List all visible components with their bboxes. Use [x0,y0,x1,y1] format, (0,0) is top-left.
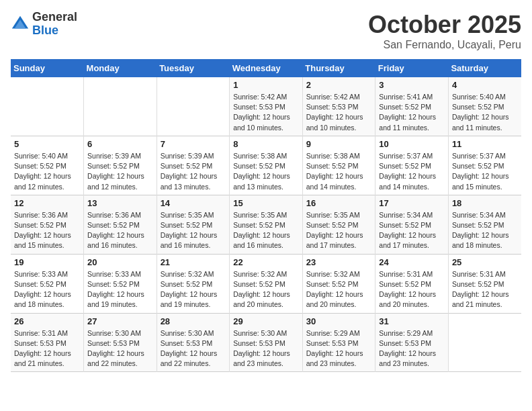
day-info: Sunrise: 5:35 AM Sunset: 5:52 PM Dayligh… [306,210,372,251]
day-info: Sunrise: 5:29 AM Sunset: 5:53 PM Dayligh… [306,328,372,369]
day-number: 5 [14,139,80,149]
day-info: Sunrise: 5:31 AM Sunset: 5:52 PM Dayligh… [452,269,518,310]
day-number: 13 [87,198,153,208]
day-info: Sunrise: 5:32 AM Sunset: 5:52 PM Dayligh… [161,269,226,310]
day-info: Sunrise: 5:34 AM Sunset: 5:52 PM Dayligh… [452,210,518,251]
day-number: 6 [87,139,153,149]
week-row-4: 19Sunrise: 5:33 AM Sunset: 5:52 PM Dayli… [11,254,521,313]
day-number: 29 [233,316,299,326]
day-number: 20 [87,257,153,267]
calendar-cell: 24Sunrise: 5:31 AM Sunset: 5:52 PM Dayli… [375,254,449,313]
day-info: Sunrise: 5:31 AM Sunset: 5:52 PM Dayligh… [379,269,445,310]
day-number: 16 [306,198,372,208]
calendar-cell: 20Sunrise: 5:33 AM Sunset: 5:52 PM Dayli… [84,254,157,313]
day-info: Sunrise: 5:32 AM Sunset: 5:52 PM Dayligh… [306,269,372,310]
calendar-cell: 12Sunrise: 5:36 AM Sunset: 5:52 PM Dayli… [11,195,84,254]
logo-text: General Blue [32,11,77,38]
day-info: Sunrise: 5:36 AM Sunset: 5:52 PM Dayligh… [87,210,153,251]
day-number: 19 [14,257,80,267]
calendar-cell: 3Sunrise: 5:41 AM Sunset: 5:52 PM Daylig… [375,77,449,136]
day-number: 9 [306,139,372,149]
day-number: 1 [233,80,299,90]
logo-icon [11,15,30,34]
week-row-1: 1Sunrise: 5:42 AM Sunset: 5:53 PM Daylig… [11,77,521,136]
week-row-3: 12Sunrise: 5:36 AM Sunset: 5:52 PM Dayli… [11,195,521,254]
calendar-cell: 31Sunrise: 5:29 AM Sunset: 5:53 PM Dayli… [375,313,449,372]
calendar-cell: 22Sunrise: 5:32 AM Sunset: 5:52 PM Dayli… [230,254,303,313]
calendar-cell [84,77,157,136]
column-header-thursday: Thursday [302,59,375,77]
calendar-cell: 29Sunrise: 5:30 AM Sunset: 5:53 PM Dayli… [230,313,303,372]
calendar-cell: 1Sunrise: 5:42 AM Sunset: 5:53 PM Daylig… [230,77,303,136]
day-number: 15 [233,198,299,208]
day-number: 7 [161,139,226,149]
day-info: Sunrise: 5:30 AM Sunset: 5:53 PM Dayligh… [87,328,153,369]
day-info: Sunrise: 5:39 AM Sunset: 5:52 PM Dayligh… [161,151,226,192]
calendar-cell: 27Sunrise: 5:30 AM Sunset: 5:53 PM Dayli… [84,313,157,372]
day-number: 25 [452,257,518,267]
calendar-cell: 6Sunrise: 5:39 AM Sunset: 5:52 PM Daylig… [84,136,157,195]
day-info: Sunrise: 5:37 AM Sunset: 5:52 PM Dayligh… [379,151,445,192]
day-info: Sunrise: 5:41 AM Sunset: 5:52 PM Dayligh… [379,92,445,133]
day-info: Sunrise: 5:36 AM Sunset: 5:52 PM Dayligh… [14,210,80,251]
calendar-cell: 19Sunrise: 5:33 AM Sunset: 5:52 PM Dayli… [11,254,84,313]
day-info: Sunrise: 5:39 AM Sunset: 5:52 PM Dayligh… [87,151,153,192]
day-info: Sunrise: 5:42 AM Sunset: 5:53 PM Dayligh… [306,92,372,133]
calendar-table: SundayMondayTuesdayWednesdayThursdayFrid… [11,59,521,372]
day-info: Sunrise: 5:35 AM Sunset: 5:52 PM Dayligh… [161,210,226,251]
day-number: 2 [306,80,372,90]
day-info: Sunrise: 5:32 AM Sunset: 5:52 PM Dayligh… [233,269,299,310]
calendar-cell: 9Sunrise: 5:38 AM Sunset: 5:52 PM Daylig… [302,136,375,195]
calendar-cell: 28Sunrise: 5:30 AM Sunset: 5:53 PM Dayli… [157,313,230,372]
month-title: October 2025 [368,11,521,39]
calendar-cell: 18Sunrise: 5:34 AM Sunset: 5:52 PM Dayli… [448,195,521,254]
day-info: Sunrise: 5:31 AM Sunset: 5:53 PM Dayligh… [14,328,80,369]
column-header-friday: Friday [375,59,449,77]
calendar-cell: 14Sunrise: 5:35 AM Sunset: 5:52 PM Dayli… [157,195,230,254]
day-number: 4 [452,80,518,90]
week-row-5: 26Sunrise: 5:31 AM Sunset: 5:53 PM Dayli… [11,313,521,372]
day-info: Sunrise: 5:30 AM Sunset: 5:53 PM Dayligh… [161,328,226,369]
day-info: Sunrise: 5:38 AM Sunset: 5:52 PM Dayligh… [306,151,372,192]
day-number: 22 [233,257,299,267]
calendar-cell: 7Sunrise: 5:39 AM Sunset: 5:52 PM Daylig… [157,136,230,195]
calendar-cell: 26Sunrise: 5:31 AM Sunset: 5:53 PM Dayli… [11,313,84,372]
column-header-monday: Monday [84,59,157,77]
logo-general-text: General [32,10,77,24]
column-header-wednesday: Wednesday [230,59,303,77]
day-number: 14 [161,198,226,208]
day-number: 11 [452,139,518,149]
column-header-tuesday: Tuesday [157,59,230,77]
day-number: 12 [14,198,80,208]
title-area: October 2025 San Fernando, Ucayali, Peru [368,11,521,51]
day-info: Sunrise: 5:40 AM Sunset: 5:52 PM Dayligh… [452,92,518,133]
day-number: 27 [87,316,153,326]
calendar-cell: 15Sunrise: 5:35 AM Sunset: 5:52 PM Dayli… [230,195,303,254]
day-number: 30 [306,316,372,326]
calendar-cell: 4Sunrise: 5:40 AM Sunset: 5:52 PM Daylig… [448,77,521,136]
calendar-cell: 30Sunrise: 5:29 AM Sunset: 5:53 PM Dayli… [302,313,375,372]
day-number: 24 [379,257,445,267]
column-header-sunday: Sunday [11,59,84,77]
day-number: 26 [14,316,80,326]
calendar-cell: 21Sunrise: 5:32 AM Sunset: 5:52 PM Dayli… [157,254,230,313]
header: General Blue October 2025 San Fernando, … [11,11,521,51]
day-info: Sunrise: 5:30 AM Sunset: 5:53 PM Dayligh… [233,328,299,369]
day-info: Sunrise: 5:37 AM Sunset: 5:52 PM Dayligh… [452,151,518,192]
day-info: Sunrise: 5:40 AM Sunset: 5:52 PM Dayligh… [14,151,80,192]
day-number: 8 [233,139,299,149]
day-number: 21 [161,257,226,267]
day-info: Sunrise: 5:35 AM Sunset: 5:52 PM Dayligh… [233,210,299,251]
calendar-cell: 10Sunrise: 5:37 AM Sunset: 5:52 PM Dayli… [375,136,449,195]
day-number: 23 [306,257,372,267]
day-number: 31 [379,316,445,326]
day-info: Sunrise: 5:38 AM Sunset: 5:52 PM Dayligh… [233,151,299,192]
calendar-cell: 11Sunrise: 5:37 AM Sunset: 5:52 PM Dayli… [448,136,521,195]
calendar-cell: 16Sunrise: 5:35 AM Sunset: 5:52 PM Dayli… [302,195,375,254]
location-title: San Fernando, Ucayali, Peru [368,39,521,51]
calendar-cell: 2Sunrise: 5:42 AM Sunset: 5:53 PM Daylig… [302,77,375,136]
day-number: 10 [379,139,445,149]
calendar-cell: 13Sunrise: 5:36 AM Sunset: 5:52 PM Dayli… [84,195,157,254]
calendar-cell: 23Sunrise: 5:32 AM Sunset: 5:52 PM Dayli… [302,254,375,313]
day-number: 28 [161,316,226,326]
